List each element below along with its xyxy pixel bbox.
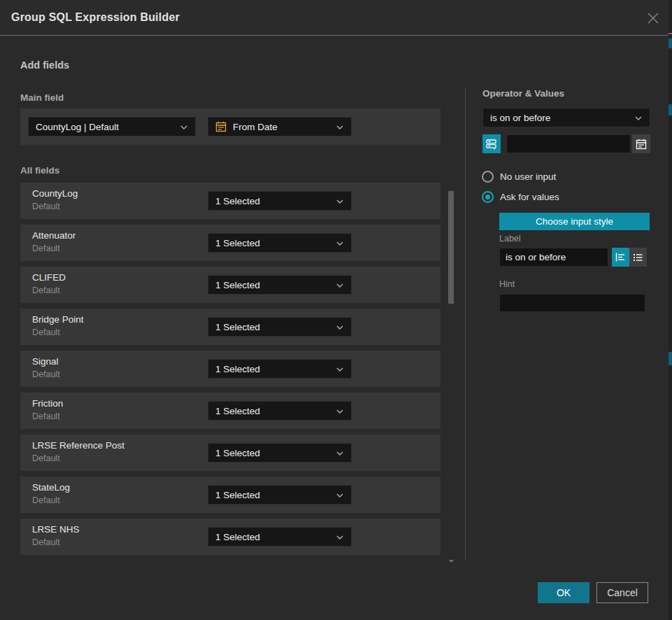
field-name: Friction	[32, 398, 63, 409]
field-sublabel: Default	[32, 202, 60, 211]
chevron-down-icon	[634, 111, 643, 124]
field-values-select[interactable]: 1 Selected	[208, 275, 352, 295]
dialog-titlebar: Group SQL Expression Builder	[0, 0, 669, 36]
field-sublabel: Default	[32, 244, 60, 253]
field-row: LRSE Reference Post Default 1 Selected	[20, 435, 441, 471]
chevron-down-icon	[336, 195, 344, 207]
list-scrollbar-thumb[interactable]	[448, 191, 454, 304]
radio-label: No user input	[500, 171, 556, 182]
label-field-label: Label	[499, 234, 521, 244]
field-values-select-value: 1 Selected	[215, 406, 260, 416]
chevron-down-icon	[336, 279, 344, 291]
operator-select[interactable]: is on or before	[482, 108, 650, 127]
field-name: Bridge Point	[32, 314, 84, 325]
field-sublabel: Default	[32, 495, 60, 505]
field-row: Friction Default 1 Selected	[20, 393, 441, 429]
add-fields-heading: Add fields	[20, 59, 69, 71]
sliver-accent	[669, 352, 672, 365]
field-values-select[interactable]: 1 Selected	[208, 443, 352, 463]
field-sublabel: Default	[32, 327, 60, 337]
calendar-icon[interactable]	[632, 134, 650, 153]
field-values-select[interactable]: 1 Selected	[208, 233, 352, 253]
align-left-icon[interactable]	[612, 248, 629, 267]
bulleted-list-icon[interactable]	[629, 248, 647, 267]
chevron-down-icon	[336, 488, 344, 501]
close-icon[interactable]	[646, 11, 660, 25]
layer-select-value: CountyLog | Default	[36, 122, 119, 132]
field-row: Attenuator Default 1 Selected	[20, 225, 441, 261]
radio-circle[interactable]	[482, 171, 494, 183]
field-row: Signal Default 1 Selected	[20, 351, 441, 387]
chevron-down-icon	[336, 446, 344, 459]
field-name: CLIFED	[32, 272, 66, 283]
field-values-select[interactable]: 1 Selected	[208, 191, 352, 211]
main-field-layer-select[interactable]: CountyLog | Default	[28, 117, 196, 136]
field-name: LRSE Reference Post	[32, 440, 124, 451]
field-row: StateLog Default 1 Selected	[20, 477, 441, 513]
field-values-select-value: 1 Selected	[215, 238, 260, 248]
group-sql-expression-builder-dialog: Group SQL Expression Builder Add fields …	[0, 0, 672, 620]
main-field-field-select[interactable]: From Date	[208, 117, 352, 136]
field-values-select[interactable]: 1 Selected	[208, 359, 352, 379]
radio-circle-selected[interactable]	[482, 191, 494, 203]
field-row: LRSE NHS Default 1 Selected	[20, 519, 441, 555]
ok-button[interactable]: OK	[538, 582, 589, 603]
label-input[interactable]	[499, 248, 608, 267]
choose-input-style-button[interactable]: Choose input style	[499, 213, 650, 230]
field-sublabel: Default	[32, 537, 60, 547]
operator-select-value: is on or before	[490, 113, 550, 123]
sliver-accent	[669, 104, 672, 115]
field-values-select[interactable]: 1 Selected	[208, 485, 352, 505]
field-name: Signal	[32, 356, 59, 367]
field-values-select-value: 1 Selected	[215, 364, 260, 374]
field-row: CountyLog Default 1 Selected	[20, 183, 441, 219]
value-list-select-icon[interactable]	[482, 134, 501, 153]
main-field-heading: Main field	[20, 92, 64, 103]
field-values-select-value: 1 Selected	[215, 532, 260, 542]
sliver-accent	[669, 38, 672, 48]
chevron-down-icon	[336, 120, 344, 133]
field-row: Bridge Point Default 1 Selected	[20, 309, 441, 345]
field-name: Attenuator	[32, 230, 76, 241]
operator-values-heading: Operator & Values	[482, 88, 564, 99]
all-fields-list: CountyLog Default 1 Selected Attenuator …	[20, 183, 441, 561]
chevron-down-icon	[336, 362, 344, 375]
cancel-button[interactable]: Cancel	[596, 582, 648, 603]
field-values-select[interactable]: 1 Selected	[208, 527, 352, 547]
scroll-up-icon[interactable]	[448, 184, 455, 188]
field-name: StateLog	[32, 482, 70, 493]
field-row: CLIFED Default 1 Selected	[20, 267, 441, 303]
field-name: LRSE NHS	[32, 524, 80, 535]
dialog-title: Group SQL Expression Builder	[11, 11, 180, 24]
radio-ask-for-values[interactable]: Ask for values	[482, 191, 559, 203]
chevron-down-icon	[336, 237, 344, 249]
scroll-down-icon[interactable]	[448, 554, 455, 558]
background-app-sliver	[669, 0, 672, 620]
field-values-select-value: 1 Selected	[215, 490, 260, 500]
field-sublabel: Default	[32, 411, 60, 421]
field-select-value: From Date	[233, 122, 278, 132]
radio-no-user-input[interactable]: No user input	[482, 171, 556, 183]
hint-field-label: Hint	[499, 279, 515, 289]
field-values-select-value: 1 Selected	[215, 196, 260, 206]
field-values-select-value: 1 Selected	[215, 280, 260, 290]
chevron-down-icon	[336, 404, 344, 417]
radio-label: Ask for values	[500, 192, 559, 202]
field-values-select[interactable]: 1 Selected	[208, 401, 352, 421]
field-sublabel: Default	[32, 453, 60, 463]
field-name: CountyLog	[32, 188, 78, 199]
field-sublabel: Default	[32, 286, 60, 295]
chevron-down-icon	[336, 530, 344, 543]
main-field-panel: CountyLog | Default From Date	[20, 108, 441, 145]
chevron-down-icon	[180, 120, 188, 133]
chevron-down-icon	[336, 320, 344, 333]
value-input[interactable]	[506, 134, 631, 153]
hint-input[interactable]	[499, 294, 645, 312]
panel-divider	[465, 87, 466, 561]
sliver-divider	[669, 33, 672, 34]
field-sublabel: Default	[32, 369, 60, 379]
calendar-date-icon	[215, 121, 227, 132]
field-values-select[interactable]: 1 Selected	[208, 317, 352, 337]
all-fields-heading: All fields	[20, 165, 59, 176]
field-values-select-value: 1 Selected	[215, 448, 260, 458]
